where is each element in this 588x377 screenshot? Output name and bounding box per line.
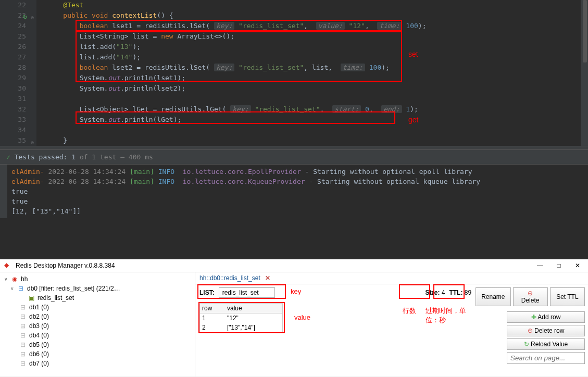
rdm-titlebar: ◆ Redis Desktop Manager v.0.8.8.384 — □ … <box>0 259 588 272</box>
line-number: 35⊖ <box>0 135 26 146</box>
fold-icon[interactable]: ⊖ <box>31 137 34 148</box>
redis-desktop-manager: ◆ Redis Desktop Manager v.0.8.8.384 — □ … <box>0 259 588 377</box>
panel-divider[interactable] <box>0 146 588 150</box>
line-number: 34 <box>0 125 26 135</box>
table-row[interactable]: 2 ["13","14"] <box>200 323 282 332</box>
line-number: 26 <box>0 42 26 52</box>
tree-database[interactable]: ∨⊟db0 [filter: redis_list_set] (221/2… <box>2 284 193 293</box>
annotation-label: key <box>291 287 301 295</box>
rename-button[interactable]: Rename <box>476 287 510 306</box>
tree-key[interactable]: ▣redis_list_set <box>2 293 193 303</box>
line-number: 32 <box>0 104 26 115</box>
line-number: 31 <box>0 94 26 104</box>
line-number: 25 <box>0 31 26 42</box>
column-header: value <box>225 304 282 313</box>
reload-value-button[interactable]: ↻ Reload Value <box>507 338 585 350</box>
db-icon: ⊟ <box>17 285 25 292</box>
db-icon: ⊟ <box>19 304 27 311</box>
line-number: 23↻⊖ <box>0 10 26 21</box>
gutter: 22 23↻⊖ 24 25 26 27 28 29 30 31 32 33 34… <box>0 0 36 146</box>
test-total: of 1 test <box>80 153 116 161</box>
key-name-input[interactable] <box>219 287 275 298</box>
tree-database[interactable]: ⊟db4 (0) <box>2 331 193 340</box>
code-content[interactable]: @Test public void contextList() { boolea… <box>36 0 588 146</box>
code-editor: 22 23↻⊖ 24 25 26 27 28 29 30 31 32 33 34… <box>0 0 588 146</box>
line-number: 28 <box>0 62 26 73</box>
tree-database[interactable]: ⊟db1 (0) <box>2 303 193 312</box>
key-info-bar: LIST: Size: 4 TTL: 89 key <box>195 284 476 301</box>
table-row[interactable]: 1 "12" <box>200 313 282 323</box>
set-ttl-button[interactable]: Set TTL <box>550 287 585 306</box>
annotation-label: get <box>408 116 418 124</box>
annotation: @Test <box>63 1 83 9</box>
close-tab-icon[interactable]: ✕ <box>265 274 270 282</box>
ttl-label: TTL: 89 <box>449 289 471 296</box>
expander-icon[interactable]: ∨ <box>10 286 17 291</box>
annotation-label: 行数 <box>403 306 416 316</box>
action-sidebar: Rename ⊖ Delete Set TTL ✚ Add row ⊖ Dele… <box>476 284 588 364</box>
console-line: true <box>11 196 584 206</box>
value-table[interactable]: row value 1 "12" 2 ["13","14"] <box>199 303 283 333</box>
tree-database[interactable]: ⊟db5 (0) <box>2 340 193 349</box>
line-number: 33 <box>0 115 26 125</box>
db-icon: ⊟ <box>19 322 27 330</box>
annotation-label: set <box>408 50 418 58</box>
console-line: [12, ["13","14"]] <box>11 206 584 216</box>
db-icon: ⊟ <box>19 360 27 367</box>
size-label: Size: 4 <box>425 289 445 296</box>
tab-label: hh::db0::redis_list_set <box>199 274 260 282</box>
column-header: row <box>200 304 225 313</box>
console-line: elAdmin- 2022-06-28 14:34:24 [main] INFO… <box>11 177 584 186</box>
check-icon: ✓ <box>6 153 10 161</box>
annotation-label: 过期时间，单位：秒 <box>426 306 476 325</box>
rdm-title: Redis Desktop Manager v.0.8.8.384 <box>16 262 534 269</box>
line-number: 24 <box>0 21 26 31</box>
search-input[interactable] <box>507 352 585 364</box>
delete-button[interactable]: ⊖ Delete <box>513 287 548 306</box>
tree-database[interactable]: ⊟db6 (0) <box>2 349 193 359</box>
maximize-button[interactable]: □ <box>553 262 565 269</box>
delete-row-button[interactable]: ⊖ Delete row <box>507 325 585 336</box>
db-icon: ⊟ <box>19 313 27 320</box>
db-icon: ⊟ <box>19 350 27 358</box>
console-output[interactable]: elAdmin- 2022-06-28 14:34:24 [main] INFO… <box>0 165 588 218</box>
minimize-button[interactable]: — <box>534 262 546 269</box>
line-number: 29 <box>0 73 26 83</box>
run-icon[interactable]: ↻ <box>23 11 27 22</box>
tree-connection[interactable]: ∨◉hh <box>2 274 193 284</box>
expander-icon[interactable]: ∨ <box>4 277 10 282</box>
test-time: – 400 ms <box>120 153 153 161</box>
type-label: LIST: <box>199 289 215 296</box>
server-icon: ◉ <box>10 275 19 283</box>
line-number: 22 <box>0 0 26 10</box>
line-number: 30 <box>0 83 26 94</box>
redis-icon: ◆ <box>4 261 12 270</box>
annotation-label: value <box>294 313 310 321</box>
line-number: 27 <box>0 52 26 62</box>
console-line: elAdmin- 2022-06-28 14:34:24 [main] INFO… <box>11 167 584 177</box>
tree-database[interactable]: ⊟db7 (0) <box>2 359 193 368</box>
db-icon: ⊟ <box>19 341 27 348</box>
console-line: true <box>11 186 584 196</box>
test-status: Tests passed: 1 <box>15 153 80 161</box>
test-results-bar: ✓ Tests passed: 1 of 1 test – 400 ms <box>0 150 588 165</box>
close-button[interactable]: ✕ <box>571 262 584 269</box>
fold-icon[interactable]: ⊖ <box>31 12 34 23</box>
add-row-button[interactable]: ✚ Add row <box>507 311 585 323</box>
rdm-tab[interactable]: hh::db0::redis_list_set ✕ <box>195 272 588 284</box>
key-icon: ▣ <box>27 294 35 301</box>
connection-tree[interactable]: ∨◉hh ∨⊟db0 [filter: redis_list_set] (221… <box>0 272 195 376</box>
tree-database[interactable]: ⊟db2 (0) <box>2 312 193 321</box>
db-icon: ⊟ <box>19 332 27 339</box>
rdm-main-panel: hh::db0::redis_list_set ✕ LIST: Size: 4 … <box>195 272 588 376</box>
tree-database[interactable]: ⊟db3 (0) <box>2 321 193 331</box>
